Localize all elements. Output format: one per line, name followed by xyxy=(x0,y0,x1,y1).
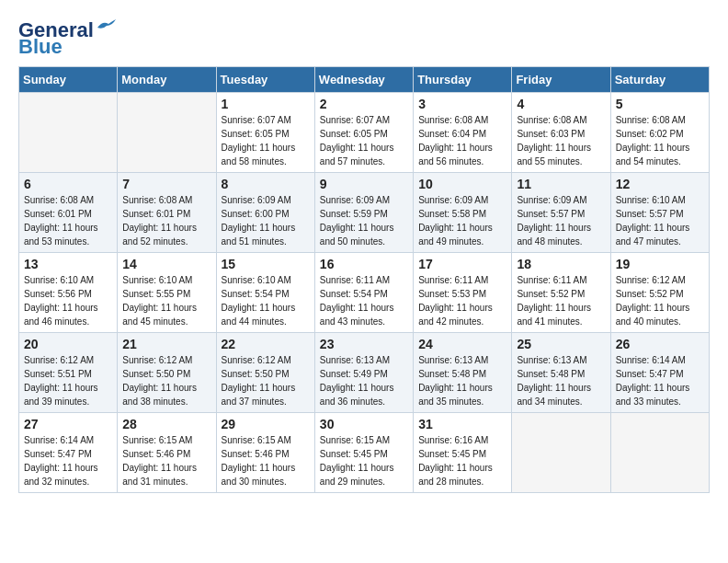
day-info: Sunrise: 6:11 AMSunset: 5:54 PMDaylight:… xyxy=(320,273,408,328)
calendar-cell: 20 Sunrise: 6:12 AMSunset: 5:51 PMDaylig… xyxy=(19,333,118,413)
day-info: Sunrise: 6:08 AMSunset: 6:02 PMDaylight:… xyxy=(616,113,704,168)
day-info: Sunrise: 6:10 AMSunset: 5:55 PMDaylight:… xyxy=(122,273,210,328)
day-info: Sunrise: 6:14 AMSunset: 5:47 PMDaylight:… xyxy=(24,433,112,488)
calendar-cell: 7 Sunrise: 6:08 AMSunset: 6:01 PMDayligh… xyxy=(118,173,216,253)
day-number: 2 xyxy=(320,97,408,111)
day-info: Sunrise: 6:11 AMSunset: 5:52 PMDaylight:… xyxy=(517,273,605,328)
calendar-cell: 1 Sunrise: 6:07 AMSunset: 6:05 PMDayligh… xyxy=(216,93,314,173)
day-info: Sunrise: 6:12 AMSunset: 5:50 PMDaylight:… xyxy=(122,353,210,408)
day-number: 15 xyxy=(222,257,310,271)
calendar-cell: 21 Sunrise: 6:12 AMSunset: 5:50 PMDaylig… xyxy=(118,333,216,413)
calendar-week-row: 1 Sunrise: 6:07 AMSunset: 6:05 PMDayligh… xyxy=(19,93,710,173)
calendar-cell: 30 Sunrise: 6:15 AMSunset: 5:45 PMDaylig… xyxy=(314,413,413,493)
calendar-cell: 6 Sunrise: 6:08 AMSunset: 6:01 PMDayligh… xyxy=(19,173,118,253)
calendar-cell: 9 Sunrise: 6:09 AMSunset: 5:59 PMDayligh… xyxy=(314,173,413,253)
day-info: Sunrise: 6:15 AMSunset: 5:46 PMDaylight:… xyxy=(222,433,310,488)
calendar-cell: 29 Sunrise: 6:15 AMSunset: 5:46 PMDaylig… xyxy=(216,413,314,493)
calendar-week-row: 27 Sunrise: 6:14 AMSunset: 5:47 PMDaylig… xyxy=(19,413,710,493)
day-info: Sunrise: 6:08 AMSunset: 6:04 PMDaylight:… xyxy=(418,113,506,168)
calendar-cell: 25 Sunrise: 6:13 AMSunset: 5:48 PMDaylig… xyxy=(512,333,610,413)
day-info: Sunrise: 6:10 AMSunset: 5:57 PMDaylight:… xyxy=(616,193,704,248)
day-number: 1 xyxy=(222,97,310,111)
day-number: 17 xyxy=(418,257,506,271)
calendar-cell: 16 Sunrise: 6:11 AMSunset: 5:54 PMDaylig… xyxy=(314,253,413,333)
calendar-cell xyxy=(19,93,118,173)
day-info: Sunrise: 6:07 AMSunset: 6:05 PMDaylight:… xyxy=(320,113,408,168)
day-info: Sunrise: 6:16 AMSunset: 5:45 PMDaylight:… xyxy=(418,433,506,488)
day-info: Sunrise: 6:11 AMSunset: 5:53 PMDaylight:… xyxy=(418,273,506,328)
day-info: Sunrise: 6:10 AMSunset: 5:54 PMDaylight:… xyxy=(222,273,310,328)
calendar-cell xyxy=(512,413,610,493)
calendar-cell: 13 Sunrise: 6:10 AMSunset: 5:56 PMDaylig… xyxy=(19,253,118,333)
day-number: 20 xyxy=(24,337,112,351)
weekday-header: Tuesday xyxy=(216,67,314,93)
day-number: 25 xyxy=(517,337,605,351)
day-number: 31 xyxy=(418,417,506,431)
weekday-header: Wednesday xyxy=(314,67,413,93)
day-number: 22 xyxy=(222,337,310,351)
day-number: 24 xyxy=(418,337,506,351)
logo-blue: Blue xyxy=(18,35,63,59)
page-container: General Blue SundayMondayTuesdayWednesda… xyxy=(0,0,728,502)
day-number: 13 xyxy=(24,257,112,271)
calendar-cell: 24 Sunrise: 6:13 AMSunset: 5:48 PMDaylig… xyxy=(414,333,512,413)
calendar-cell: 22 Sunrise: 6:12 AMSunset: 5:50 PMDaylig… xyxy=(216,333,314,413)
calendar-cell: 26 Sunrise: 6:14 AMSunset: 5:47 PMDaylig… xyxy=(610,333,709,413)
calendar-cell: 5 Sunrise: 6:08 AMSunset: 6:02 PMDayligh… xyxy=(610,93,709,173)
day-number: 27 xyxy=(24,417,112,431)
calendar-cell: 2 Sunrise: 6:07 AMSunset: 6:05 PMDayligh… xyxy=(314,93,413,173)
weekday-header: Thursday xyxy=(414,67,512,93)
calendar-cell: 4 Sunrise: 6:08 AMSunset: 6:03 PMDayligh… xyxy=(512,93,610,173)
calendar-cell: 19 Sunrise: 6:12 AMSunset: 5:52 PMDaylig… xyxy=(610,253,709,333)
day-number: 30 xyxy=(320,417,408,431)
day-info: Sunrise: 6:08 AMSunset: 6:03 PMDaylight:… xyxy=(517,113,605,168)
day-number: 6 xyxy=(24,177,112,191)
day-info: Sunrise: 6:13 AMSunset: 5:48 PMDaylight:… xyxy=(517,353,605,408)
day-number: 23 xyxy=(320,337,408,351)
day-number: 12 xyxy=(616,177,704,191)
day-info: Sunrise: 6:12 AMSunset: 5:51 PMDaylight:… xyxy=(24,353,112,408)
logo: General Blue xyxy=(18,18,116,59)
calendar-week-row: 6 Sunrise: 6:08 AMSunset: 6:01 PMDayligh… xyxy=(19,173,710,253)
calendar-table: SundayMondayTuesdayWednesdayThursdayFrid… xyxy=(18,66,710,493)
weekday-header: Saturday xyxy=(610,67,709,93)
day-info: Sunrise: 6:09 AMSunset: 5:57 PMDaylight:… xyxy=(517,193,605,248)
day-number: 3 xyxy=(418,97,506,111)
day-info: Sunrise: 6:15 AMSunset: 5:46 PMDaylight:… xyxy=(122,433,210,488)
day-number: 4 xyxy=(517,97,605,111)
day-info: Sunrise: 6:10 AMSunset: 5:56 PMDaylight:… xyxy=(24,273,112,328)
header: General Blue xyxy=(18,18,710,59)
day-number: 19 xyxy=(616,257,704,271)
day-number: 26 xyxy=(616,337,704,351)
calendar-cell: 17 Sunrise: 6:11 AMSunset: 5:53 PMDaylig… xyxy=(414,253,512,333)
day-number: 14 xyxy=(122,257,210,271)
day-info: Sunrise: 6:07 AMSunset: 6:05 PMDaylight:… xyxy=(222,113,310,168)
calendar-cell: 12 Sunrise: 6:10 AMSunset: 5:57 PMDaylig… xyxy=(610,173,709,253)
day-info: Sunrise: 6:12 AMSunset: 5:50 PMDaylight:… xyxy=(222,353,310,408)
day-number: 10 xyxy=(418,177,506,191)
day-info: Sunrise: 6:13 AMSunset: 5:49 PMDaylight:… xyxy=(320,353,408,408)
day-info: Sunrise: 6:08 AMSunset: 6:01 PMDaylight:… xyxy=(122,193,210,248)
day-info: Sunrise: 6:09 AMSunset: 5:59 PMDaylight:… xyxy=(320,193,408,248)
day-info: Sunrise: 6:09 AMSunset: 6:00 PMDaylight:… xyxy=(222,193,310,248)
day-info: Sunrise: 6:09 AMSunset: 5:58 PMDaylight:… xyxy=(418,193,506,248)
weekday-header: Sunday xyxy=(19,67,118,93)
day-number: 5 xyxy=(616,97,704,111)
day-number: 29 xyxy=(222,417,310,431)
calendar-cell: 8 Sunrise: 6:09 AMSunset: 6:00 PMDayligh… xyxy=(216,173,314,253)
day-number: 16 xyxy=(320,257,408,271)
calendar-cell xyxy=(610,413,709,493)
calendar-week-row: 13 Sunrise: 6:10 AMSunset: 5:56 PMDaylig… xyxy=(19,253,710,333)
calendar-cell: 28 Sunrise: 6:15 AMSunset: 5:46 PMDaylig… xyxy=(118,413,216,493)
day-number: 18 xyxy=(517,257,605,271)
day-number: 11 xyxy=(517,177,605,191)
day-number: 9 xyxy=(320,177,408,191)
day-info: Sunrise: 6:13 AMSunset: 5:48 PMDaylight:… xyxy=(418,353,506,408)
calendar-cell: 3 Sunrise: 6:08 AMSunset: 6:04 PMDayligh… xyxy=(414,93,512,173)
logo-bird-icon xyxy=(96,18,116,35)
calendar-cell xyxy=(118,93,216,173)
day-number: 21 xyxy=(122,337,210,351)
day-number: 28 xyxy=(122,417,210,431)
calendar-cell: 15 Sunrise: 6:10 AMSunset: 5:54 PMDaylig… xyxy=(216,253,314,333)
calendar-week-row: 20 Sunrise: 6:12 AMSunset: 5:51 PMDaylig… xyxy=(19,333,710,413)
